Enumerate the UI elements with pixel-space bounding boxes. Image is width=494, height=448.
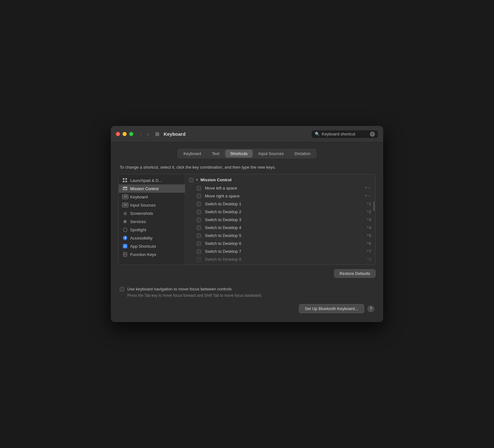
sidebar-item-accessibility[interactable]: ♿ Accessibility (119, 234, 185, 242)
sidebar-item-app-shortcuts[interactable]: A App Shortcuts (119, 242, 185, 250)
shortcut-key: ^8 (367, 257, 371, 262)
shortcut-key: ^← (365, 186, 371, 190)
row-checkbox[interactable] (197, 210, 201, 214)
keyboard-nav-row: Use keyboard navigation to move focus be… (120, 287, 374, 291)
keyboard-nav-sublabel: Press the Tab key to move focus forward … (127, 293, 374, 298)
row-checkbox[interactable] (197, 233, 201, 238)
tab-bar: Keyboard Text Shortcuts Input Sources Di… (118, 149, 376, 159)
sidebar-item-screenshots[interactable]: ⊙ Screenshots (119, 209, 185, 217)
bottom-section: Use keyboard navigation to move focus be… (118, 287, 376, 298)
keyboard-nav-label: Use keyboard navigation to move focus be… (127, 287, 232, 291)
sidebar-label-function-keys: Function Keys (130, 252, 156, 257)
search-box[interactable]: 🔍 Keyboard shortcut ✕ (312, 130, 378, 138)
grid-button[interactable]: ⊞ (153, 130, 161, 138)
shortcut-list: ▾ Mission Control Move left a space ^← M… (185, 174, 375, 264)
sidebar-label-services: Services (130, 219, 146, 224)
row-checkbox[interactable] (197, 218, 201, 222)
shortcut-key: ^2 (367, 210, 371, 214)
shortcut-label: Move left a space (205, 186, 365, 190)
shortcut-key: ^4 (367, 226, 371, 230)
sidebar-item-spotlight[interactable]: Spotlight (119, 226, 185, 234)
list-item[interactable]: Switch to Desktop 7 ^7 (185, 247, 375, 255)
main-panel: Launchpad & D... Mission Control (118, 174, 376, 265)
list-item[interactable]: Switch to Desktop 3 ^3 (185, 216, 375, 224)
tab-group: Keyboard Text Shortcuts Input Sources Di… (177, 149, 316, 159)
shortcut-label: Switch to Desktop 1 (205, 202, 367, 206)
list-item[interactable]: Move left a space ^← (185, 184, 375, 192)
launchpad-icon (123, 178, 128, 183)
help-button[interactable]: ? (367, 305, 374, 312)
minimize-button[interactable] (123, 132, 127, 136)
main-window: ‹ › ⊞ Keyboard 🔍 Keyboard shortcut ✕ Key… (111, 126, 383, 322)
sidebar-label-screenshots: Screenshots (130, 211, 153, 216)
shortcut-label: Switch to Desktop 8 (205, 257, 367, 262)
section-checkbox[interactable] (189, 178, 193, 182)
shortcut-key: ^6 (367, 241, 371, 246)
row-checkbox[interactable] (197, 241, 201, 246)
sidebar-label-spotlight: Spotlight (130, 227, 146, 232)
shortcut-key: ^→ (365, 194, 371, 198)
tab-input-sources[interactable]: Input Sources (253, 150, 289, 158)
shortcut-key: ^7 (367, 249, 371, 254)
back-button[interactable]: ‹ (138, 131, 144, 138)
forward-button[interactable]: › (145, 131, 150, 138)
list-item[interactable]: Switch to Desktop 5 ^5 (185, 232, 375, 240)
tab-dictation[interactable]: Dictation (289, 150, 316, 158)
row-checkbox[interactable] (197, 257, 201, 262)
shortcut-key: ^5 (367, 233, 371, 238)
mission-control-icon (123, 186, 128, 191)
sidebar-label-keyboard: Keyboard (130, 195, 148, 199)
sidebar-label-input-sources: Input Sources (130, 203, 155, 208)
services-icon: ⚙ (123, 219, 128, 224)
keyboard-nav-checkbox[interactable] (120, 287, 124, 291)
sidebar-item-mission-control[interactable]: Mission Control (119, 184, 185, 193)
shortcut-label: Switch to Desktop 2 (205, 209, 367, 214)
instruction-text: To change a shortcut, select it, click t… (120, 165, 376, 170)
shortcut-label: Switch to Desktop 4 (205, 225, 367, 230)
search-input[interactable]: Keyboard shortcut (322, 132, 368, 136)
section-header-mission-control: ▾ Mission Control (185, 176, 375, 184)
shortcut-label: Switch to Desktop 6 (205, 241, 367, 246)
function-keys-icon: fn (123, 252, 128, 257)
shortcut-list-panel: ▾ Mission Control Move left a space ^← M… (185, 174, 375, 264)
shortcut-label: Switch to Desktop 3 (205, 217, 367, 222)
sidebar-item-input-sources[interactable]: ⌨ Input Sources (119, 201, 185, 209)
traffic-lights (116, 132, 133, 136)
row-checkbox[interactable] (197, 249, 201, 254)
maximize-button[interactable] (129, 132, 133, 136)
shortcut-label: Switch to Desktop 5 (205, 233, 367, 238)
tab-text[interactable]: Text (207, 150, 225, 158)
list-item[interactable]: Switch to Desktop 8 ^8 (185, 255, 375, 263)
sidebar-label-accessibility: Accessibility (130, 236, 153, 240)
sidebar-item-keyboard[interactable]: ⌨ Keyboard (119, 193, 185, 201)
footer: Set Up Bluetooth Keyboard... ? (118, 298, 376, 316)
list-item[interactable]: Switch to Desktop 1 ^1 (185, 200, 375, 208)
search-clear-button[interactable]: ✕ (370, 132, 375, 137)
scrollbar[interactable] (373, 202, 375, 211)
restore-row: Restore Defaults (118, 265, 376, 280)
row-checkbox[interactable] (197, 202, 201, 206)
keyboard-icon: ⌨ (123, 194, 128, 199)
screenshots-icon: ⊙ (123, 211, 128, 216)
list-item[interactable]: Switch to Desktop 6 ^6 (185, 240, 375, 247)
sidebar-item-services[interactable]: ⚙ Services (119, 217, 185, 226)
restore-defaults-button[interactable]: Restore Defaults (334, 269, 376, 278)
app-shortcuts-icon: A (123, 244, 128, 249)
bluetooth-keyboard-button[interactable]: Set Up Bluetooth Keyboard... (299, 304, 364, 313)
sidebar-label-launchpad: Launchpad & D... (130, 178, 162, 183)
row-checkbox[interactable] (197, 226, 201, 230)
sidebar: Launchpad & D... Mission Control (119, 174, 185, 264)
list-item[interactable]: Switch to Desktop 4 ^4 (185, 224, 375, 232)
list-item[interactable]: Switch to Desktop 2 ^2 (185, 208, 375, 216)
section-title: Mission Control (200, 177, 231, 182)
list-item[interactable]: Move right a space ^→ (185, 192, 375, 200)
row-checkbox[interactable] (197, 186, 201, 190)
titlebar: ‹ › ⊞ Keyboard 🔍 Keyboard shortcut ✕ (111, 126, 383, 142)
close-button[interactable] (116, 132, 120, 136)
search-icon: 🔍 (315, 132, 320, 136)
sidebar-item-launchpad[interactable]: Launchpad & D... (119, 176, 185, 184)
row-checkbox[interactable] (197, 194, 201, 198)
sidebar-item-function-keys[interactable]: fn Function Keys (119, 250, 185, 258)
tab-shortcuts[interactable]: Shortcuts (225, 150, 253, 158)
tab-keyboard[interactable]: Keyboard (178, 150, 206, 158)
